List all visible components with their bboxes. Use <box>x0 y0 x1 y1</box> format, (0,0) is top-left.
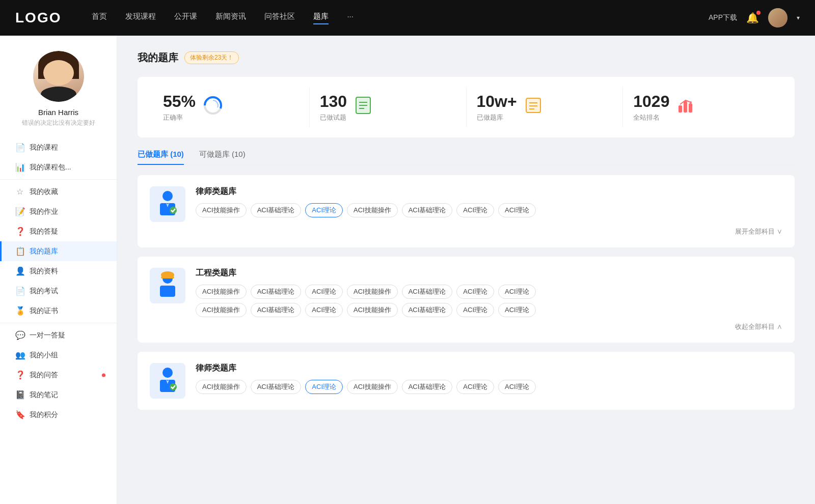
tag-3[interactable]: ACI技能操作 <box>347 203 398 217</box>
main-nav: 首页 发现课程 公开课 新闻资讯 问答社区 题库 ··· <box>92 12 709 24</box>
eng-tag-5[interactable]: ACI理论 <box>456 285 494 299</box>
header: LOGO 首页 发现课程 公开课 新闻资讯 问答社区 题库 ··· APP下载 … <box>0 0 815 36</box>
sidebar-item-my-qa[interactable]: ❓ 我的答疑 <box>0 221 117 241</box>
sidebar-item-points[interactable]: 🔖 我的积分 <box>0 405 117 425</box>
eng-tag-0[interactable]: ACI技能操作 <box>196 285 247 299</box>
sidebar-item-group[interactable]: 👥 我的小组 <box>0 345 117 365</box>
favorites-icon: ☆ <box>15 187 24 197</box>
svg-point-16 <box>690 101 692 103</box>
notification-dot-questions <box>102 373 105 377</box>
qbank-card-lawyer-1: 律师类题库 ACI技能操作 ACI基础理论 ACI理论 ACI技能操作 ACI基… <box>138 175 795 247</box>
eng-extra-tag-1[interactable]: ACI基础理论 <box>251 303 302 317</box>
eng-tag-6[interactable]: ACI理论 <box>498 285 536 299</box>
eng-tag-4[interactable]: ACI基础理论 <box>402 285 453 299</box>
tab-available-banks[interactable]: 可做题库 (10) <box>199 150 246 164</box>
tag-0[interactable]: ACI技能操作 <box>196 203 247 217</box>
eng-tag-3[interactable]: ACI技能操作 <box>347 285 398 299</box>
eng-extra-tag-5[interactable]: ACI理论 <box>456 303 494 317</box>
qbank-engineer-icon <box>150 268 185 303</box>
sidebar-item-my-questions[interactable]: ❓ 我的问答 <box>0 365 117 385</box>
qbank-tags-lawyer-1: ACI技能操作 ACI基础理论 ACI理论 ACI技能操作 ACI基础理论 AC… <box>196 203 782 217</box>
qbank-expand-engineer[interactable]: 收起全部科目 ∧ <box>150 322 782 331</box>
qbank-card-header-lawyer-1: 律师类题库 ACI技能操作 ACI基础理论 ACI理论 ACI技能操作 ACI基… <box>150 186 782 222</box>
sidebar-item-label: 我的小组 <box>30 351 58 360</box>
tab-done-banks[interactable]: 已做题库 (10) <box>138 150 184 164</box>
sidebar-item-label: 我的资料 <box>30 267 58 276</box>
sidebar-item-favorites[interactable]: ☆ 我的收藏 <box>0 182 117 202</box>
law2-tag-1[interactable]: ACI基础理论 <box>251 380 302 394</box>
sidebar-item-1on1[interactable]: 💬 一对一答疑 <box>0 325 117 345</box>
my-course-icon: 📄 <box>15 143 24 152</box>
eng-extra-tag-0[interactable]: ACI技能操作 <box>196 303 247 317</box>
qbank-tags-engineer-row2: ACI技能操作 ACI基础理论 ACI理论 ACI技能操作 ACI基础理论 AC… <box>196 303 782 317</box>
sidebar-item-label: 我的题库 <box>30 247 58 256</box>
tag-5[interactable]: ACI理论 <box>456 203 494 217</box>
tag-2-active[interactable]: ACI理论 <box>305 203 343 217</box>
sidebar-menu: 📄 我的课程 📊 我的课程包... ☆ 我的收藏 📝 我的作业 ❓ 我的答疑 � <box>0 137 117 425</box>
qbank-lawyer-icon-1 <box>150 186 185 222</box>
nav-open-course[interactable]: 公开课 <box>174 12 197 24</box>
nav-home[interactable]: 首页 <box>92 12 107 24</box>
sidebar-item-label: 我的课程包... <box>30 163 71 172</box>
eng-extra-tag-4[interactable]: ACI基础理论 <box>402 303 453 317</box>
tag-6[interactable]: ACI理论 <box>498 203 536 217</box>
group-icon: 👥 <box>15 350 24 360</box>
law2-tag-2-active[interactable]: ACI理论 <box>305 380 343 394</box>
tag-1[interactable]: ACI基础理论 <box>251 203 302 217</box>
qbank-card-lawyer-2: 律师类题库 ACI技能操作 ACI基础理论 ACI理论 ACI技能操作 ACI基… <box>138 352 795 410</box>
eng-extra-tag-2[interactable]: ACI理论 <box>305 303 343 317</box>
sidebar-item-exam[interactable]: 📄 我的考试 <box>0 281 117 301</box>
sidebar-item-label: 我的积分 <box>30 410 58 419</box>
stat-done-questions-text: 130 已做试题 <box>320 92 347 122</box>
sidebar-item-qbank[interactable]: 📋 我的题库 <box>0 241 117 261</box>
qbank-card-header-engineer: 工程类题库 ACI技能操作 ACI基础理论 ACI理论 ACI技能操作 ACI基… <box>150 268 782 317</box>
stat-ranking-value: 1029 <box>633 92 669 111</box>
stat-done-questions: 130 已做试题 <box>310 87 467 127</box>
nav-qbank[interactable]: 题库 <box>313 12 329 24</box>
qbank-tags-lawyer-2: ACI技能操作 ACI基础理论 ACI理论 ACI技能操作 ACI基础理论 AC… <box>196 380 782 394</box>
sidebar-item-label: 一对一答疑 <box>30 331 65 340</box>
qbank-card-engineer: 工程类题库 ACI技能操作 ACI基础理论 ACI理论 ACI技能操作 ACI基… <box>138 257 795 343</box>
nav-news[interactable]: 新闻资讯 <box>215 12 246 24</box>
sidebar-item-profile[interactable]: 👤 我的资料 <box>0 261 117 281</box>
nav-more[interactable]: ··· <box>347 12 354 24</box>
law2-tag-6[interactable]: ACI理论 <box>498 380 536 394</box>
sidebar-item-my-course[interactable]: 📄 我的课程 <box>0 137 117 157</box>
profile-icon: 👤 <box>15 266 24 276</box>
stat-done-banks: 10w+ 已做题库 <box>467 87 623 127</box>
sidebar-item-course-package[interactable]: 📊 我的课程包... <box>0 157 117 177</box>
certificate-icon: 🏅 <box>15 306 24 316</box>
qbank-title-lawyer-1: 律师类题库 <box>196 186 782 197</box>
eng-tag-2[interactable]: ACI理论 <box>305 285 343 299</box>
tag-4[interactable]: ACI基础理论 <box>402 203 453 217</box>
eng-extra-tag-6[interactable]: ACI理论 <box>498 303 536 317</box>
qbank-lawyer-icon-2 <box>150 363 185 399</box>
qbank-expand-lawyer-1[interactable]: 展开全部科目 ∨ <box>150 227 782 236</box>
sidebar-item-notes[interactable]: 📓 我的笔记 <box>0 385 117 405</box>
eng-tag-1[interactable]: ACI基础理论 <box>251 285 302 299</box>
1on1-icon: 💬 <box>15 330 24 340</box>
trial-badge: 体验剩余23天！ <box>184 51 239 64</box>
stat-done-banks-label: 已做题库 <box>477 113 517 122</box>
sidebar-item-certificate[interactable]: 🏅 我的证书 <box>0 301 117 321</box>
eng-extra-tag-3[interactable]: ACI技能操作 <box>347 303 398 317</box>
avatar[interactable] <box>768 8 787 27</box>
user-dropdown-icon[interactable]: ▾ <box>797 14 800 21</box>
sidebar-divider-1 <box>0 179 117 180</box>
sidebar-motto: 错误的决定比没有决定要好 <box>22 119 95 127</box>
qbank-title-lawyer-2: 律师类题库 <box>196 363 782 374</box>
app-download-button[interactable]: APP下载 <box>709 13 737 22</box>
law2-tag-3[interactable]: ACI技能操作 <box>347 380 398 394</box>
nav-discover[interactable]: 发现课程 <box>125 12 156 24</box>
stat-ranking-text: 1029 全站排名 <box>633 92 669 122</box>
law2-tag-0[interactable]: ACI技能操作 <box>196 380 247 394</box>
sidebar-item-homework[interactable]: 📝 我的作业 <box>0 202 117 221</box>
my-qa-icon: ❓ <box>15 227 24 236</box>
qbank-card-header-lawyer-2: 律师类题库 ACI技能操作 ACI基础理论 ACI理论 ACI技能操作 ACI基… <box>150 363 782 399</box>
notification-bell-icon[interactable]: 🔔 <box>746 12 759 24</box>
law2-tag-5[interactable]: ACI理论 <box>456 380 494 394</box>
law2-tag-4[interactable]: ACI基础理论 <box>402 380 453 394</box>
avatar-image <box>768 8 787 27</box>
sidebar: Brian Harris 错误的决定比没有决定要好 📄 我的课程 📊 我的课程包… <box>0 36 117 504</box>
nav-qa[interactable]: 问答社区 <box>264 12 295 24</box>
